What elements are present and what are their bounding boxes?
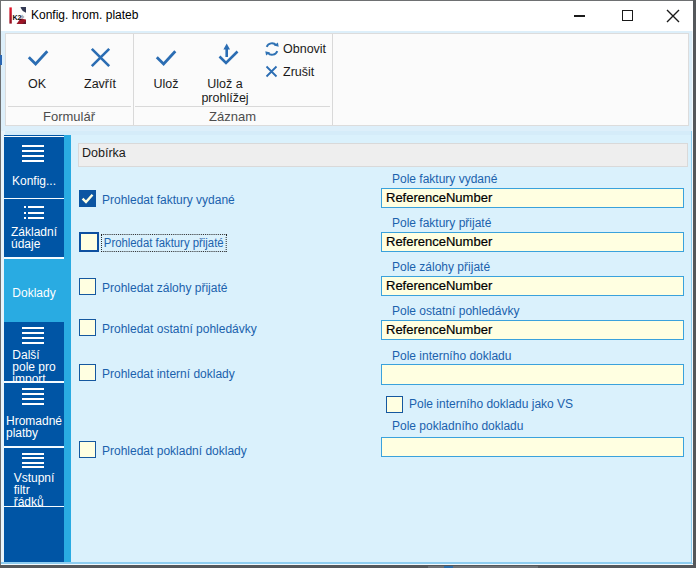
svg-text:K2: K2	[12, 12, 21, 21]
